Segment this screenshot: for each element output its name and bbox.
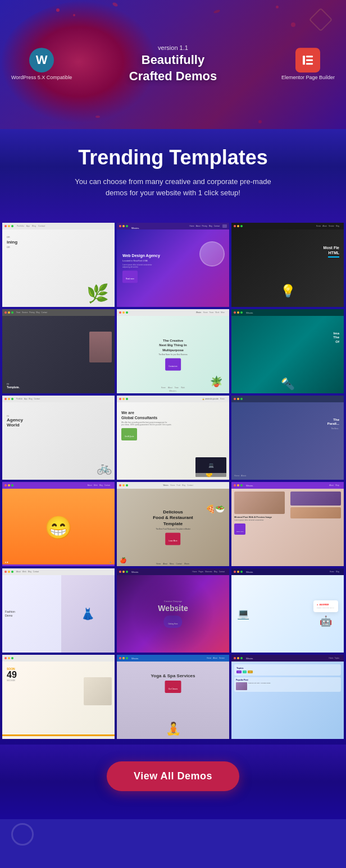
nav-1: Portfolio [17, 225, 24, 227]
minimal-desc-12: Lorem ipsum dolor sit amet consectetur [234, 520, 285, 522]
trending-title: Trending Templates [11, 146, 335, 169]
browser-bar-8: 🔒 wexim.do.you.site Home [117, 396, 229, 402]
error-msg-15: SORRY, THE PAGE NOT F... [317, 607, 335, 609]
robot-icon-15: 🤖 [313, 615, 338, 627]
dot-yellow-3 [237, 225, 239, 227]
fashion-img [89, 332, 112, 362]
demo-item-17[interactable]: Wexim. Home About Service Yoga & Spa Ser… [117, 655, 229, 739]
post-img-18 [236, 682, 247, 690]
flex-title: Most FleHTML [324, 245, 339, 255]
demo-item-1[interactable]: Portfolio App Blog Contact on ining on 🌿 [2, 223, 115, 307]
dot-yellow-16 [8, 657, 10, 659]
teal-text: ImaTheOf [333, 332, 339, 345]
dot-red-16 [4, 657, 7, 659]
demo-item-16[interactable]: SOON 49 SECONDS [2, 655, 115, 739]
nav-11: Wexim. Home Food Blog Contact [131, 484, 225, 486]
post-title-18: Minimal Post With A Preview Image [248, 682, 270, 690]
browser-bar-1: Portfolio App Blog Contact [2, 223, 115, 229]
nav-upgrade-8: Home [220, 398, 225, 400]
svg-rect-2 [306, 59, 313, 61]
dot-red-2 [119, 225, 121, 227]
elementor-label: Elementor Page Builder [281, 75, 335, 81]
agency-text-7: m AgencyWorld [7, 414, 23, 428]
demo-grid-section: Portfolio App Blog Contact on ining on 🌿 [0, 223, 346, 745]
dot-red-6 [234, 311, 236, 314]
wexim-14: Wexim. [131, 571, 139, 573]
nav-home-3: Home [316, 225, 321, 227]
nav-3: Blog [32, 225, 36, 227]
dot-green-4 [11, 311, 13, 314]
yoga-title: Yoga & Spa Services [151, 673, 195, 679]
demo-item-5[interactable]: Wexim. Home Team Work More The CreativeN… [117, 309, 229, 393]
hands-icon-8: 🤝 [206, 472, 212, 478]
fashion2-right: 👗 [61, 575, 115, 653]
nav-blog-13: Blog [28, 571, 31, 573]
creative-btn-text: Contact me [169, 366, 177, 368]
demo-browser-12: Wexim. About Shop Minimal Post With A Pr… [231, 482, 344, 566]
food-btn: Learn More [165, 533, 180, 545]
nav-contact-4: Contact [42, 311, 47, 314]
browser-bar-11: Wexim. Home Food Blog Contact [117, 482, 229, 489]
browser-bar-10: About Work Blog Contact [2, 482, 115, 489]
fashion2-text: FashionDemo [5, 610, 15, 618]
parallax-desc: The Best... [327, 428, 339, 430]
wexim-label-5: Wexim. [196, 311, 202, 314]
demo-content-1: on ining on 🌿 [2, 229, 115, 307]
popular-post-row: Minimal Post With A Preview Image [236, 682, 339, 690]
nav-4: Contact [38, 225, 45, 227]
nb-team-5: Team [175, 387, 179, 389]
demo-item-15[interactable]: Wexim. Home Blog ✕ 404 ERROR SORRY, [231, 568, 344, 653]
view-all-demos-button[interactable]: View All Demos [107, 761, 239, 791]
wordpress-label: WordPress 5.X Compatible [11, 75, 72, 81]
svg-rect-1 [306, 56, 313, 57]
nav-15: Home Blog [257, 571, 339, 573]
demo-item-18[interactable]: Wexim. Home Topics Topics Tech Art [231, 655, 344, 739]
dot-green-8 [126, 398, 128, 400]
demo-item-7[interactable]: Portfolio App Blog Contact m AgencyWorld… [2, 396, 115, 480]
demo-item-12[interactable]: Wexim. About Shop Minimal Post With A Pr… [231, 482, 344, 566]
nav-about-10: About [88, 484, 92, 486]
wexim-bottom-11: Wexim. [184, 563, 190, 565]
browser-bar-15: Wexim. Home Blog [231, 568, 344, 575]
nav-contact-11: Contact [187, 484, 193, 486]
dot-yellow-6 [237, 311, 239, 314]
nav-work-5: Work [215, 311, 219, 314]
dot-green-18 [240, 657, 243, 659]
demo-content-9: TheParall... The Best... Home About [231, 402, 344, 480]
demo-item-4[interactable]: Team Service Pricing Blog Contact m Temp… [2, 309, 115, 393]
creative-web-btn-text: Getting Here [168, 623, 177, 625]
nav-17: Home About Service [142, 657, 225, 659]
lamp-icon-6: 🔦 [281, 377, 295, 391]
fashion2-layout: FashionDemo 👗 [2, 575, 115, 653]
demo-item-2[interactable]: Wexim. Home About Pricing Blog Contact W… [117, 223, 229, 307]
bn-menu-11: Menu [170, 563, 174, 565]
creative-text: The CreativeNext Big Thing InMultipurpos… [158, 338, 188, 370]
demo-item-11[interactable]: Wexim. Home Food Blog Contact DeliciousF… [117, 482, 229, 566]
demo-item-9[interactable]: TheParall... The Best... Home About [231, 396, 344, 480]
wordpress-badge: W WordPress 5.X Compatible [11, 48, 72, 81]
nav-contact-7: Contact [34, 398, 39, 400]
popular-label: Popular Post [236, 679, 339, 681]
bn-home-11: Home [156, 563, 161, 565]
nav-18: Home Topics [257, 657, 339, 659]
elementor-badge: Elementor Page Builder [281, 48, 335, 81]
dot-yellow-11 [122, 484, 125, 486]
dot-yellow-17 [122, 657, 125, 659]
demo-browser-18: Wexim. Home Topics Topics Tech Art [231, 655, 344, 739]
demo-item-3[interactable]: Home About Service Blog Most FleHTML 💡 [231, 223, 344, 307]
popular-post-card: Popular Post Minimal Post With A Preview… [234, 677, 341, 692]
browser-bar-2: Wexim. Home About Pricing Blog Contact [117, 223, 229, 229]
agency-title-7: AgencyWorld [7, 417, 23, 428]
demo-item-13[interactable]: About Work Blog Contact FashionDemo 👗 [2, 568, 115, 653]
minimal-img-3 [290, 507, 341, 518]
demo-item-8[interactable]: 🔒 wexim.do.you.site Home We areGlobal Co… [117, 396, 229, 480]
creative-web-title: Website [158, 604, 188, 613]
demo-item-6[interactable]: Wexim. ImaTheOf 🔦 [231, 309, 344, 393]
creative-web-btn: Getting Here [163, 616, 182, 628]
plant-icon-1: 🌿 [86, 283, 109, 304]
demo-item-14[interactable]: Wexim. Home Pages Elements Blog Contact … [117, 568, 229, 653]
splatter-blob-3 [95, 116, 100, 118]
demo-item-10[interactable]: About Work Blog Contact 😁 ▶ ◼ 🔊 [2, 482, 115, 566]
creative-pre-14: Creative Onepage [158, 600, 188, 603]
demo-browser-10: About Work Blog Contact 😁 ▶ ◼ 🔊 [2, 482, 115, 566]
